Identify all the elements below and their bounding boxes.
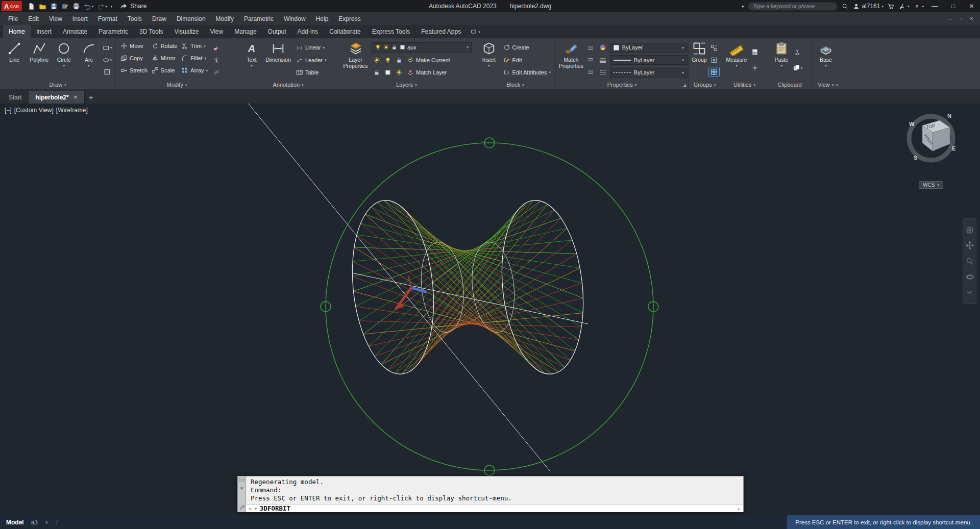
- copy-button[interactable]: Copy: [119, 53, 149, 63]
- tab-output[interactable]: Output: [262, 25, 292, 38]
- layout-tab-a3[interactable]: a3: [31, 519, 38, 526]
- command-close-icon[interactable]: ✕: [240, 485, 243, 491]
- search-button[interactable]: [841, 3, 849, 10]
- paste-button[interactable]: Paste▾: [771, 40, 792, 80]
- menu-window[interactable]: Window: [279, 12, 311, 25]
- command-history[interactable]: Regenerating model. Command: Press ESC o…: [246, 476, 743, 504]
- draw-panel-label[interactable]: Draw▾: [0, 80, 115, 89]
- menu-dimension[interactable]: Dimension: [172, 12, 211, 25]
- dimension-button[interactable]: Dimension: [264, 40, 292, 80]
- ribbon-display-toggle[interactable]: ▾: [467, 25, 484, 38]
- object-color-select[interactable]: ByLayer▾: [610, 43, 688, 53]
- viewport-menu-control[interactable]: [−]: [5, 107, 12, 114]
- layer-thaw-icon[interactable]: [383, 44, 389, 51]
- insert-block-button[interactable]: Insert▾: [478, 40, 500, 80]
- array-button[interactable]: Array▾: [180, 65, 209, 75]
- edit-block-button[interactable]: Edit: [502, 55, 552, 65]
- new-drawing-tab-button[interactable]: +: [85, 91, 97, 104]
- measure-button[interactable]: Measure▾: [724, 40, 749, 80]
- pan-button[interactable]: [965, 241, 974, 250]
- ungroup-button[interactable]: [709, 43, 719, 53]
- signin-button[interactable]: al7161 ▾: [852, 3, 884, 10]
- viewport-view-control[interactable]: [Custom View]: [14, 107, 54, 114]
- tab-add-ins[interactable]: Add-ins: [292, 25, 324, 38]
- orbit-button[interactable]: [965, 272, 974, 282]
- modify-panel-label[interactable]: Modify▾: [116, 80, 238, 89]
- document-tab-close-icon[interactable]: ✕: [74, 94, 78, 100]
- menu-express[interactable]: Express: [333, 12, 365, 25]
- line-button[interactable]: Line: [3, 40, 26, 80]
- circle-dropdown-arrow-icon[interactable]: ▾: [63, 64, 65, 67]
- drawing-area[interactable]: [−] [Custom View] [Wireframe] WNESTOPFRO…: [0, 104, 980, 515]
- file-tab-document[interactable]: hiperbole2*✕: [29, 91, 85, 104]
- menu-parametric[interactable]: Parametric: [239, 12, 279, 25]
- minimize-button[interactable]: —: [927, 0, 942, 12]
- arc-button[interactable]: Arc▾: [78, 40, 101, 80]
- cut-button[interactable]: [793, 47, 803, 57]
- grip-dots-icon[interactable]: [239, 478, 244, 483]
- utilities-panel-label[interactable]: Utilities▾: [721, 80, 768, 89]
- menu-help[interactable]: Help: [311, 12, 334, 25]
- table-button[interactable]: Table: [295, 67, 328, 78]
- zoom-button[interactable]: [965, 257, 974, 266]
- viewcube[interactable]: WNESTOPFRONT WCS ▾: [900, 107, 962, 207]
- circle-button[interactable]: Circle▾: [53, 40, 76, 80]
- close-button[interactable]: ✕: [964, 0, 979, 12]
- properties-dialog-launcher-icon[interactable]: ◢: [683, 83, 686, 88]
- edit-attributes-button[interactable]: 1Edit Attributes▾: [502, 67, 552, 78]
- menu-file[interactable]: File: [3, 12, 23, 25]
- menu-modify[interactable]: Modify: [211, 12, 239, 25]
- viewcube-graphic[interactable]: WNESTOPFRONT: [902, 107, 960, 167]
- redo-button[interactable]: ▾: [95, 1, 109, 11]
- linetype-select[interactable]: ByLayer▾: [610, 68, 688, 78]
- arc-dropdown-arrow-icon[interactable]: ▾: [88, 64, 90, 67]
- layer-isolate-button[interactable]: [372, 56, 382, 65]
- layer-properties-button[interactable]: Layer Properties: [341, 40, 370, 80]
- ellipse-button[interactable]: ▾: [102, 56, 112, 65]
- copy-clip-button[interactable]: ▾: [793, 63, 803, 72]
- doc-close-button[interactable]: ✕: [970, 16, 974, 21]
- view-panel-label[interactable]: View▾»: [812, 80, 845, 89]
- model-tab[interactable]: Model: [6, 519, 24, 526]
- text-button[interactable]: AText▾: [241, 40, 262, 80]
- tab-parametric[interactable]: Parametric: [93, 25, 134, 38]
- file-tab-start[interactable]: Start: [2, 91, 29, 104]
- quick-properties-button[interactable]: [585, 43, 596, 53]
- layer-unlock-button[interactable]: [372, 68, 382, 77]
- plot-button[interactable]: [71, 1, 82, 11]
- group-button[interactable]: Group: [690, 40, 708, 80]
- navigation-wheel-button[interactable]: [965, 225, 974, 235]
- tab-visualize[interactable]: Visualize: [169, 25, 205, 38]
- rectangle-button[interactable]: ▾: [102, 43, 112, 53]
- undo-dropdown-arrow-icon[interactable]: ▾: [92, 5, 94, 8]
- tab-3d-tools[interactable]: 3D Tools: [134, 25, 168, 38]
- id-point-button[interactable]: [750, 63, 760, 72]
- command-options-icon[interactable]: ▾: [254, 506, 257, 511]
- undo-button[interactable]: ▾: [82, 1, 95, 11]
- doc-minimize-button[interactable]: —: [947, 16, 952, 21]
- layer-lock-icon[interactable]: [391, 44, 398, 51]
- scale-button[interactable]: Scale: [150, 65, 179, 75]
- lineweight-select[interactable]: ByLayer▾: [610, 55, 688, 65]
- explode-button[interactable]: [211, 56, 222, 65]
- command-window-grip[interactable]: ✕: [237, 476, 246, 512]
- layer-off-button[interactable]: [383, 56, 393, 65]
- search-expand-icon[interactable]: ▸: [742, 4, 745, 9]
- layer-color-icon[interactable]: [399, 44, 406, 51]
- tab-express-tools[interactable]: Express Tools: [366, 25, 415, 38]
- match-layer-button[interactable]: Match Layer: [405, 67, 449, 78]
- menu-insert[interactable]: Insert: [67, 12, 93, 25]
- leader-button[interactable]: Leader▾: [295, 55, 328, 65]
- panel-overflow-icon[interactable]: »: [836, 82, 839, 88]
- menu-draw[interactable]: Draw: [147, 12, 172, 25]
- layers-panel-label[interactable]: Layers▾: [338, 80, 475, 89]
- command-input[interactable]: ▸ ▾ 3DFORBIT ▴: [246, 504, 743, 512]
- group-selection-toggle[interactable]: [709, 67, 719, 77]
- block-panel-label[interactable]: Block▾: [475, 80, 555, 89]
- menu-format[interactable]: Format: [93, 12, 122, 25]
- drawing-canvas[interactable]: [0, 104, 980, 515]
- help-button[interactable]: ?▾: [913, 3, 924, 10]
- groups-panel-label[interactable]: Groups▾: [689, 80, 721, 89]
- tab-insert[interactable]: Insert: [31, 25, 57, 38]
- menu-tools[interactable]: Tools: [122, 12, 147, 25]
